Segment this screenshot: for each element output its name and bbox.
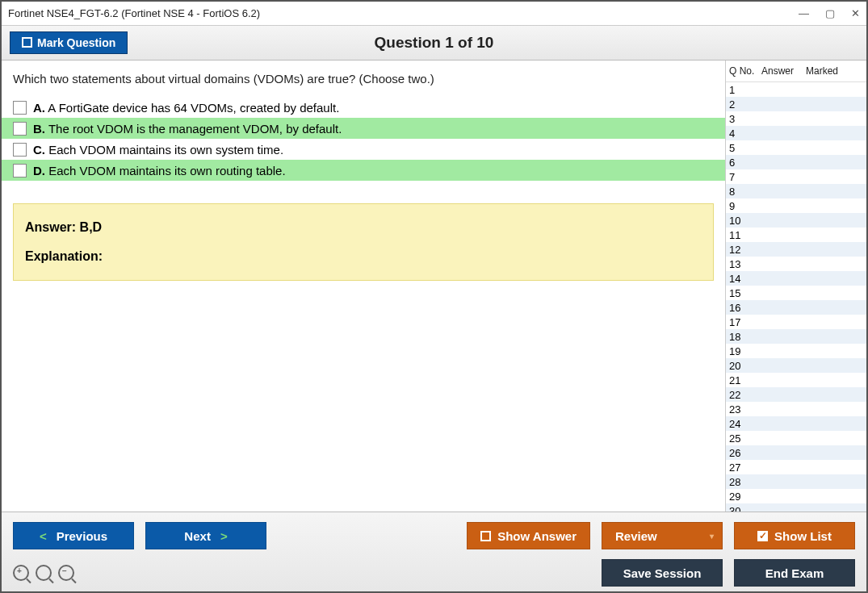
question-list-row[interactable]: 14	[726, 271, 866, 286]
answer-panel: Answer: B,D Explanation:	[13, 203, 714, 281]
choice-checkbox[interactable]	[13, 164, 27, 177]
minimize-icon[interactable]: —	[799, 7, 809, 19]
question-number: 13	[726, 258, 758, 270]
question-number: 4	[726, 127, 758, 140]
question-number: 28	[726, 476, 758, 488]
question-number: 10	[726, 215, 758, 227]
question-number: 30	[726, 505, 758, 512]
question-list-row[interactable]: 23	[726, 402, 866, 416]
question-list-row[interactable]: 8	[726, 184, 866, 198]
show-list-checkbox-icon	[757, 531, 768, 541]
header-marked: Marked	[803, 64, 866, 78]
show-answer-checkbox-icon	[480, 531, 491, 541]
choice-row[interactable]: D. Each VDOM maintains its own routing t…	[2, 160, 725, 181]
question-list-row[interactable]: 13	[726, 257, 866, 271]
question-list-row[interactable]: 30	[726, 503, 866, 512]
zoom-icon[interactable]	[36, 565, 52, 581]
show-list-button[interactable]: Show List	[734, 522, 855, 549]
question-heading: Question 1 of 10	[2, 34, 866, 52]
question-number: 27	[726, 461, 758, 474]
question-number: 12	[726, 244, 758, 256]
next-label: Next	[184, 529, 211, 543]
zoom-controls: + −	[13, 565, 74, 581]
choice-row[interactable]: A. A FortiGate device has 64 VDOMs, crea…	[2, 97, 725, 118]
show-answer-button[interactable]: Show Answer	[467, 522, 590, 549]
question-number: 15	[726, 287, 758, 299]
question-number: 6	[726, 157, 758, 169]
question-number: 29	[726, 491, 758, 503]
question-list-row[interactable]: 11	[726, 228, 866, 242]
answer-line: Answer: B,D	[25, 220, 702, 235]
question-list-row[interactable]: 24	[726, 416, 866, 431]
mark-question-button[interactable]: Mark Question	[10, 31, 128, 54]
question-number: 19	[726, 345, 758, 357]
choice-row[interactable]: B. The root VDOM is the management VDOM,…	[2, 118, 725, 139]
question-list-row[interactable]: 27	[726, 460, 866, 474]
question-number: 9	[726, 200, 758, 212]
question-list-row[interactable]: 17	[726, 315, 866, 329]
question-list[interactable]: 1234567891011121314151617181920212223242…	[726, 82, 866, 512]
question-number: 8	[726, 186, 758, 198]
previous-label: Previous	[57, 529, 107, 543]
review-dropdown[interactable]: Review	[602, 522, 723, 549]
question-list-header: Q No. Answer Marked	[726, 61, 866, 82]
question-list-row[interactable]: 5	[726, 140, 866, 155]
question-list-row[interactable]: 3	[726, 111, 866, 126]
question-list-row[interactable]: 22	[726, 387, 866, 402]
save-session-label: Save Session	[623, 566, 702, 580]
question-number: 25	[726, 432, 758, 445]
chevron-left-icon	[40, 529, 50, 543]
question-list-row[interactable]: 18	[726, 329, 866, 344]
toolbar: Mark Question Question 1 of 10	[2, 26, 866, 61]
show-answer-label: Show Answer	[497, 529, 577, 543]
question-number: 1	[726, 84, 758, 96]
window-title: Fortinet NSE4_FGT-6.2 (Fortinet NSE 4 - …	[8, 7, 260, 19]
question-list-row[interactable]: 15	[726, 286, 866, 300]
app-window: Fortinet NSE4_FGT-6.2 (Fortinet NSE 4 - …	[0, 0, 868, 593]
question-list-row[interactable]: 28	[726, 474, 866, 489]
choice-checkbox[interactable]	[13, 101, 27, 115]
question-list-row[interactable]: 4	[726, 126, 866, 140]
question-list-row[interactable]: 29	[726, 489, 866, 503]
choice-checkbox[interactable]	[13, 143, 27, 157]
question-list-row[interactable]: 16	[726, 300, 866, 315]
question-list-row[interactable]: 7	[726, 169, 866, 184]
mark-question-checkbox-icon	[22, 37, 32, 48]
question-list-row[interactable]: 1	[726, 82, 866, 97]
question-list-row[interactable]: 2	[726, 97, 866, 111]
question-number: 3	[726, 113, 758, 125]
question-list-row[interactable]: 26	[726, 445, 866, 460]
next-button[interactable]: Next	[145, 522, 266, 549]
save-session-button[interactable]: Save Session	[602, 559, 723, 587]
explanation-label: Explanation:	[25, 249, 702, 264]
mark-question-label: Mark Question	[37, 36, 115, 49]
question-list-row[interactable]: 6	[726, 155, 866, 169]
choice-text: A. A FortiGate device has 64 VDOMs, crea…	[33, 101, 339, 115]
question-list-row[interactable]: 20	[726, 358, 866, 373]
end-exam-button[interactable]: End Exam	[734, 559, 855, 587]
main-pane: Which two statements about virtual domai…	[2, 61, 725, 512]
zoom-out-icon[interactable]: −	[58, 565, 74, 581]
choice-text: D. Each VDOM maintains its own routing t…	[33, 164, 286, 177]
body: Which two statements about virtual domai…	[2, 61, 866, 512]
question-list-row[interactable]: 12	[726, 242, 866, 257]
end-exam-label: End Exam	[765, 566, 824, 580]
question-list-row[interactable]: 9	[726, 198, 866, 213]
question-list-row[interactable]: 19	[726, 344, 866, 358]
maximize-icon[interactable]: ▢	[825, 7, 835, 19]
previous-button[interactable]: Previous	[13, 522, 134, 549]
close-icon[interactable]: ✕	[851, 7, 860, 19]
zoom-in-icon[interactable]: +	[13, 565, 29, 581]
question-number: 26	[726, 447, 758, 459]
question-list-row[interactable]: 25	[726, 431, 866, 445]
choice-checkbox[interactable]	[13, 122, 27, 136]
question-list-row[interactable]: 10	[726, 213, 866, 228]
question-number: 20	[726, 360, 758, 372]
chevron-right-icon	[217, 529, 228, 543]
question-number: 14	[726, 273, 758, 285]
question-number: 11	[726, 229, 758, 241]
question-list-panel: Q No. Answer Marked 12345678910111213141…	[725, 61, 866, 512]
question-list-row[interactable]: 21	[726, 373, 866, 387]
question-number: 17	[726, 316, 758, 328]
choice-row[interactable]: C. Each VDOM maintains its own system ti…	[2, 139, 725, 160]
